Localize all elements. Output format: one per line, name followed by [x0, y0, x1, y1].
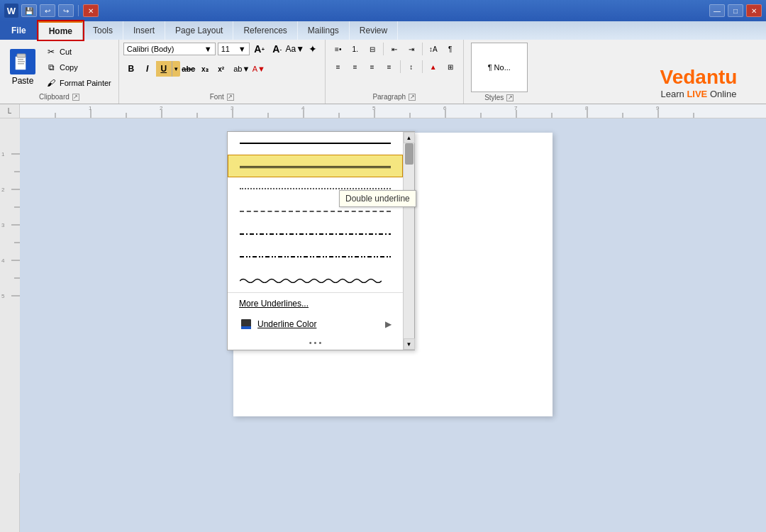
font-color-btn[interactable]: A▼ — [251, 61, 267, 77]
dotted-line-visual — [240, 188, 391, 189]
clipboard-expand[interactable]: ↗ — [72, 94, 79, 101]
ruler-container: L 1 2 3 4 5 6 — [0, 104, 766, 118]
justify-btn[interactable]: ≡ — [382, 59, 397, 74]
solid-line-visual — [240, 143, 391, 144]
underline-button[interactable]: U — [156, 61, 172, 77]
title-bar: W 💾 ↩ ↪ ✕ — □ ✕ — [0, 0, 766, 21]
styles-preview[interactable]: ¶ No... — [471, 43, 528, 92]
scroll-down-btn[interactable]: ▼ — [404, 338, 415, 350]
tab-review[interactable]: Review — [350, 21, 398, 40]
size-dropdown-arrow: ▼ — [238, 45, 246, 53]
border-btn[interactable]: ⊞ — [443, 59, 458, 74]
underline-color-arrow: ▶ — [385, 319, 392, 329]
undo-titlebar-btn[interactable]: ↩ — [40, 4, 55, 17]
font-group: Calibri (Body) ▼ 11 ▼ A+ A- Aa▼ ✦ — [119, 40, 326, 104]
more-underlines-item[interactable]: More Underlines... — [228, 294, 403, 313]
redo-titlebar-btn[interactable]: ↪ — [58, 4, 74, 17]
font-group-content: Calibri (Body) ▼ 11 ▼ A+ A- Aa▼ ✦ — [123, 41, 321, 93]
subscript-button[interactable]: x₂ — [197, 61, 213, 77]
font-name-selector[interactable]: Calibri (Body) ▼ — [123, 43, 216, 55]
bullets-btn[interactable]: ≡• — [331, 41, 346, 57]
ul-separator — [228, 292, 403, 293]
font-row-2: B I U ▼ abc x₂ x² ab▼ A▼ — [123, 61, 267, 77]
vedantu-tagline: Learn LIVE Online — [661, 89, 737, 99]
cut-icon: ✂ — [45, 46, 57, 57]
clipboard-right: ✂ Cut ⧉ Copy 🖌 Format Painter — [43, 41, 114, 93]
underline-dash-dot-line — [240, 228, 391, 240]
double-line-visual — [240, 164, 391, 168]
font-expand[interactable]: ↗ — [227, 94, 234, 101]
font-size-selector[interactable]: 11 ▼ — [218, 43, 250, 55]
copy-button[interactable]: ⧉ Copy — [43, 60, 114, 74]
superscript-button[interactable]: x² — [213, 61, 229, 77]
scroll-up-btn[interactable]: ▲ — [404, 132, 415, 143]
tab-home[interactable]: Home — [38, 21, 83, 40]
clipboard-group-label: Clipboard ↗ — [4, 93, 114, 102]
align-left-btn[interactable]: ≡ — [331, 59, 346, 74]
underline-dash-dot-dot-item[interactable] — [228, 245, 403, 268]
underline-wave-item[interactable] — [228, 268, 403, 291]
underline-double-item[interactable] — [228, 155, 403, 177]
shrink-font-btn[interactable]: A- — [270, 41, 285, 57]
scroll-track[interactable] — [404, 143, 414, 338]
tab-page-layout[interactable]: Page Layout — [165, 21, 233, 40]
underline-dropdown-btn[interactable]: ▼ — [172, 61, 180, 77]
italic-button[interactable]: I — [140, 61, 155, 77]
align-right-btn[interactable]: ≡ — [365, 59, 380, 74]
decrease-indent-btn[interactable]: ⇤ — [387, 41, 402, 57]
horizontal-ruler: 1 2 3 4 5 6 7 8 9 — [20, 104, 766, 118]
bold-button[interactable]: B — [123, 61, 139, 77]
minimize-btn[interactable]: — — [709, 4, 725, 17]
maximize-btn[interactable]: □ — [728, 4, 743, 17]
ruler-corner[interactable]: L — [0, 104, 20, 118]
underline-color-swatch — [239, 317, 253, 331]
tab-tools[interactable]: Tools — [83, 21, 123, 40]
tab-references[interactable]: References — [233, 21, 297, 40]
tab-mailings[interactable]: Mailings — [298, 21, 350, 40]
underline-solid-item[interactable] — [228, 132, 403, 155]
vedantu-brand-name: Vedantu — [660, 66, 738, 89]
show-marks-btn[interactable]: ¶ — [443, 41, 458, 57]
underline-dash-dot-dot-line — [240, 251, 391, 262]
close-titlebar-btn[interactable]: ✕ — [83, 4, 99, 17]
styles-expand[interactable]: ↗ — [506, 94, 514, 101]
main-content: File Home Tools Insert Page Layout Refer… — [0, 21, 766, 532]
svg-text:7: 7 — [514, 105, 518, 111]
underline-menu-items: More Underlines... Underline Color ▶ — [228, 132, 403, 350]
clipboard-group-content: Paste ✂ Cut ⧉ Copy 🖌 Format — [4, 41, 114, 93]
svg-text:3: 3 — [231, 105, 234, 111]
numbering-btn[interactable]: 1. — [348, 41, 363, 57]
tab-bar: File Home Tools Insert Page Layout Refer… — [0, 21, 766, 40]
underline-color-item[interactable]: Underline Color ▶ — [228, 313, 403, 336]
sort-btn[interactable]: ↕A — [426, 41, 441, 57]
change-case-btn[interactable]: Aa▼ — [287, 41, 303, 57]
underline-dash-dot-item[interactable] — [228, 223, 403, 245]
text-highlight-btn[interactable]: ab▼ — [234, 61, 250, 77]
save-titlebar-btn[interactable]: 💾 — [21, 4, 37, 17]
paste-button[interactable]: Paste — [4, 41, 41, 93]
svg-rect-1 — [17, 54, 26, 57]
underline-solid-line — [240, 138, 391, 149]
ribbon-content: Paste ✂ Cut ⧉ Copy 🖌 Format — [0, 40, 766, 104]
clear-format-btn[interactable]: ✦ — [305, 41, 321, 57]
vedantu-live-text: LIVE — [687, 89, 707, 99]
more-underlines-label: More Underlines... — [239, 299, 309, 309]
line-spacing-btn[interactable]: ↕ — [404, 59, 419, 74]
tab-file[interactable]: File — [0, 21, 38, 40]
strikethrough-button[interactable]: abc — [181, 61, 196, 77]
close-window-btn[interactable]: ✕ — [746, 4, 762, 17]
scroll-thumb[interactable] — [405, 143, 413, 165]
align-center-btn[interactable]: ≡ — [348, 59, 363, 74]
increase-indent-btn[interactable]: ⇥ — [404, 41, 419, 57]
tab-insert[interactable]: Insert — [123, 21, 165, 40]
grow-font-btn[interactable]: A+ — [252, 41, 267, 57]
paragraph-group: ≡• 1. ⊟ ⇤ ⇥ ↕A ¶ ≡ ≡ ≡ ≡ — [326, 40, 464, 104]
wave-visual — [240, 276, 382, 283]
svg-text:5: 5 — [372, 105, 376, 111]
multilevel-btn[interactable]: ⊟ — [365, 41, 380, 57]
format-painter-button[interactable]: 🖌 Format Painter — [43, 76, 114, 90]
shading-btn[interactable]: ▲ — [426, 59, 441, 74]
paragraph-expand[interactable]: ↗ — [409, 94, 416, 101]
font-group-label: Font ↗ — [123, 93, 321, 102]
cut-button[interactable]: ✂ Cut — [43, 45, 114, 59]
